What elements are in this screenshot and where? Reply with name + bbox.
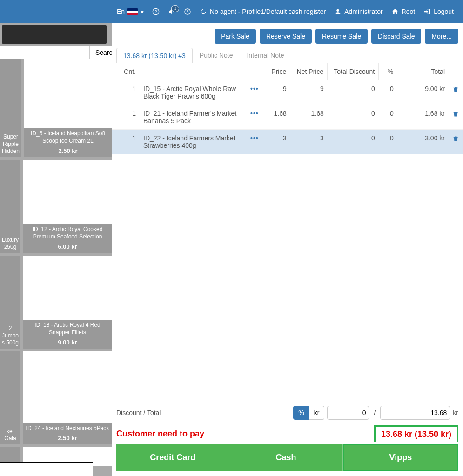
product-image	[23, 160, 112, 224]
cell-net: 3	[290, 130, 328, 154]
cell-net: 9	[290, 80, 328, 105]
overlay-box	[0, 462, 93, 476]
root-link[interactable]: Root	[391, 8, 416, 15]
cell-name: ID_15 - Arctic Royal Whole Raw Black Tig…	[140, 80, 247, 105]
uk-flag-icon	[127, 8, 138, 15]
logout-icon	[423, 8, 431, 15]
cell-pct: 0	[379, 130, 397, 154]
totals-section: Discount / Total % kr / kr Customer need…	[112, 402, 463, 476]
product-price: 2.50 kr	[25, 435, 110, 443]
product-name: ID_18 - Arctic Royal 4 Red Snapper Fille…	[25, 322, 110, 336]
product-name: Luxury 250g	[2, 237, 19, 251]
home-icon	[391, 8, 399, 15]
product-tile[interactable]: ID_12 - Arctic Royal Cooked Premium Seaf…	[23, 160, 112, 253]
cash-button[interactable]: Cash	[229, 444, 342, 471]
row-menu-icon[interactable]: •••	[250, 110, 259, 117]
agent-selector[interactable]: No agent - Profile1/Default cash registe…	[200, 8, 326, 15]
resume-sale-button[interactable]: Resume Sale	[315, 29, 368, 44]
user-label: Administrator	[344, 8, 382, 15]
tab-sale[interactable]: 13.68 kr (13.50 kr) #3	[116, 48, 193, 63]
discount-label: Discount / Total	[116, 409, 290, 416]
total-input[interactable]	[380, 406, 450, 420]
discount-input[interactable]	[327, 406, 369, 420]
pay-label: Customer need to pay	[116, 429, 374, 439]
language-label: En	[117, 8, 125, 15]
col-pct: %	[379, 63, 397, 80]
announcements-button[interactable]: 0	[168, 8, 175, 15]
reserve-sale-button[interactable]: Reserve Sale	[260, 29, 312, 44]
product-name: ID_24 - Iceland Nectarines 5Pack	[25, 425, 110, 432]
product-tile[interactable]: ID_6 - Iceland Neapolitan Soft Scoop Ice…	[24, 60, 112, 157]
product-tile[interactable]: ID_24 - Iceland Nectarines 5Pack 2.50 kr	[23, 351, 112, 444]
product-name: ID_12 - Arctic Royal Cooked Premium Seaf…	[25, 226, 110, 240]
col-disc: Total Discount	[328, 63, 379, 80]
trash-icon	[452, 111, 459, 118]
kr-toggle[interactable]: kr	[309, 406, 325, 420]
product-price: 9.00 kr	[25, 339, 110, 347]
more-button[interactable]: More...	[425, 29, 458, 44]
tab-public-note[interactable]: Public Note	[193, 47, 240, 63]
cart-row[interactable]: 1ID_21 - Iceland Farmer's Market Bananas…	[112, 105, 463, 130]
cell-disc: 0	[328, 105, 379, 130]
percent-toggle[interactable]: %	[293, 406, 309, 420]
notification-badge: 0	[171, 5, 180, 12]
sale-tabs: 13.68 kr (13.50 kr) #3 Public Note Inter…	[112, 47, 463, 63]
cell-total: 3.00 kr	[397, 130, 449, 154]
tab-internal-note[interactable]: Internal Note	[240, 47, 291, 63]
delete-row-button[interactable]	[452, 85, 459, 93]
product-tile[interactable]: Super Ripple Hidden	[0, 60, 21, 157]
row-menu-icon[interactable]: •••	[250, 85, 259, 93]
svg-point-3	[336, 9, 339, 12]
col-cnt: Cnt.	[112, 63, 140, 80]
product-tile[interactable]: Luxury 250g	[0, 160, 20, 253]
slash: /	[372, 409, 377, 416]
history-button[interactable]	[184, 8, 191, 15]
col-total: Total	[397, 63, 449, 80]
clock-icon	[184, 8, 191, 15]
cart-row[interactable]: 1ID_22 - Iceland Farmers Market Strawber…	[112, 130, 463, 154]
trash-icon	[452, 135, 459, 142]
cell-pct: 0	[379, 105, 397, 130]
cell-name: ID_22 - Iceland Farmers Market Strawberr…	[140, 130, 247, 154]
pay-amount: 13.68 kr (13.50 kr)	[374, 425, 458, 442]
payment-buttons: Credit Card Cash Vipps	[112, 444, 463, 476]
product-image	[23, 351, 112, 423]
park-sale-button[interactable]: Park Sale	[215, 29, 256, 44]
user-menu[interactable]: Administrator	[334, 8, 382, 15]
root-label: Root	[402, 8, 416, 15]
product-tile[interactable]: 2 Jumbo s 500g	[0, 256, 20, 349]
discount-unit-toggle: % kr	[293, 406, 324, 420]
help-button[interactable]: ?	[152, 8, 160, 15]
logout-button[interactable]: Logout	[423, 8, 454, 15]
product-grid: Super Ripple Hidden ID_6 - Iceland Neapo…	[0, 60, 112, 466]
product-name: ket Gala	[2, 428, 19, 443]
cell-price: 1.68	[262, 105, 290, 130]
category-bar[interactable]	[2, 25, 107, 44]
product-image	[23, 256, 112, 320]
cell-cnt: 1	[112, 130, 140, 154]
search-input[interactable]	[0, 46, 90, 60]
amount-due-row: Customer need to pay 13.68 kr (13.50 kr)	[112, 423, 463, 444]
discard-sale-button[interactable]: Discard Sale	[371, 29, 421, 44]
user-icon	[334, 8, 342, 15]
language-selector[interactable]: En ▾	[117, 8, 144, 15]
product-tile[interactable]: ID_18 - Arctic Royal 4 Red Snapper Fille…	[23, 256, 112, 349]
delete-row-button[interactable]	[452, 134, 459, 142]
cell-price: 9	[262, 80, 290, 105]
cell-total: 1.68 kr	[397, 105, 449, 130]
product-price: 6.00 kr	[25, 243, 110, 251]
delete-row-button[interactable]	[452, 110, 459, 117]
cart-row[interactable]: 1ID_15 - Arctic Royal Whole Raw Black Ti…	[112, 80, 463, 105]
discount-row: Discount / Total % kr / kr	[112, 402, 463, 423]
product-name: Super Ripple Hidden	[2, 133, 20, 155]
credit-card-button[interactable]: Credit Card	[116, 444, 229, 471]
vipps-button[interactable]: Vipps	[343, 444, 458, 471]
svg-text:?: ?	[155, 9, 157, 14]
product-tile[interactable]: ket Gala	[0, 351, 20, 444]
trash-icon	[452, 86, 459, 93]
chevron-down-icon: ▾	[141, 8, 144, 15]
logout-label: Logout	[434, 8, 454, 15]
cell-cnt: 1	[112, 80, 140, 105]
cell-pct: 0	[379, 80, 397, 105]
row-menu-icon[interactable]: •••	[250, 134, 259, 142]
